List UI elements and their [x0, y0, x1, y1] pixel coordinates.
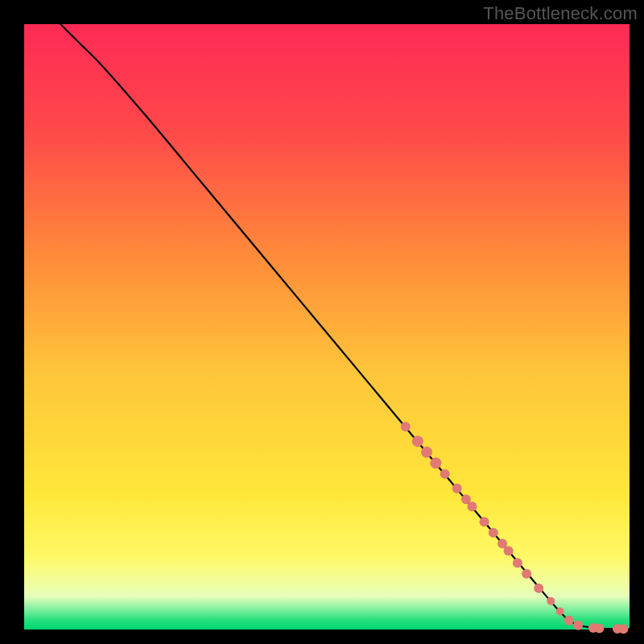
marker-point — [401, 422, 411, 431]
marker-point — [618, 624, 628, 634]
marker-point — [452, 484, 462, 493]
marker-point — [440, 469, 450, 479]
marker-point — [556, 607, 564, 615]
marker-point — [522, 569, 531, 579]
plot-background — [24, 24, 630, 630]
marker-point — [467, 502, 477, 511]
marker-point — [480, 517, 489, 526]
marker-point — [489, 528, 498, 538]
marker-point — [534, 584, 543, 593]
bottleneck-chart — [0, 0, 644, 644]
marker-point — [430, 457, 441, 469]
marker-point — [564, 616, 574, 625]
chart-stage: TheBottleneck.com — [0, 0, 644, 644]
marker-point — [594, 624, 604, 634]
marker-point — [421, 447, 432, 458]
marker-point — [504, 546, 514, 555]
marker-point — [573, 621, 583, 630]
watermark-text: TheBottleneck.com — [483, 3, 638, 24]
marker-point — [513, 558, 522, 568]
marker-point — [412, 436, 423, 447]
marker-point — [547, 597, 555, 605]
